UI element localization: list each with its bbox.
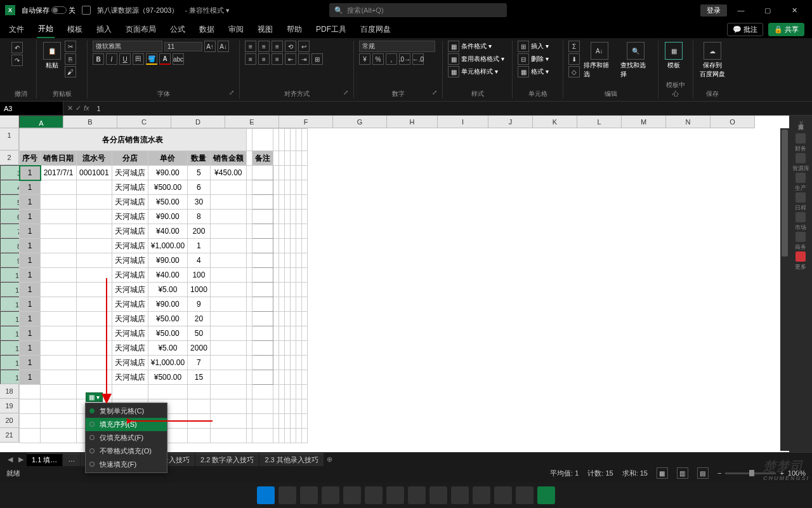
cell[interactable]: 2017/7/1 — [41, 166, 77, 180]
cell[interactable] — [41, 210, 77, 224]
taskbar-app-icon[interactable] — [322, 486, 339, 504]
merge-icon[interactable]: ⊞ — [311, 53, 323, 65]
align-left-icon[interactable]: ≡ — [245, 53, 256, 65]
orientation-icon[interactable]: ⟲ — [285, 41, 296, 52]
column-header[interactable]: F — [279, 116, 333, 128]
cell[interactable]: 天河城店 — [112, 312, 148, 326]
cell[interactable]: ¥50.00 — [148, 326, 187, 341]
cell[interactable]: 天河城店 — [112, 180, 148, 195]
taskbar-app-icon[interactable] — [278, 486, 296, 504]
windows-taskbar[interactable] — [0, 483, 812, 508]
cell[interactable] — [246, 356, 252, 370]
cell[interactable] — [210, 326, 246, 341]
delete-cells-button[interactable]: ⊟删除 ▾ — [518, 53, 549, 65]
cell[interactable] — [210, 341, 246, 356]
header-cell[interactable]: 销售日期 — [41, 151, 77, 166]
sheet-tab[interactable]: 1.1 填… — [27, 453, 62, 466]
share-button[interactable]: 🔒 共享 — [768, 23, 804, 36]
cell[interactable]: 1 — [20, 210, 41, 224]
cell[interactable]: 9 — [188, 297, 211, 312]
cell[interactable]: 1 — [20, 180, 41, 195]
save-icon[interactable] — [82, 6, 91, 15]
sidebar-title[interactable]: 资源库 > — [797, 119, 805, 124]
paste-button[interactable]: 📋粘贴 — [42, 41, 62, 71]
cell[interactable] — [77, 239, 112, 253]
ribbon-tab[interactable]: 开始 — [37, 21, 55, 38]
search-box[interactable]: 🔍 搜索(Alt+Q) — [329, 3, 507, 17]
cell[interactable] — [210, 210, 246, 224]
sidebar-item[interactable]: 市场 — [792, 212, 809, 232]
sidebar-item[interactable]: 财务 — [792, 133, 809, 153]
cell[interactable] — [41, 356, 77, 370]
cell[interactable] — [41, 297, 77, 312]
sidebar-item[interactable]: 生产 — [792, 173, 809, 192]
cell[interactable]: ¥1,000.00 — [148, 356, 187, 370]
fx-icon[interactable]: fx — [84, 104, 89, 112]
close-button[interactable]: ✕ — [782, 1, 807, 19]
column-header[interactable]: N — [666, 116, 710, 128]
percent-icon[interactable]: % — [372, 53, 384, 65]
cell[interactable] — [252, 224, 273, 239]
taskbar-app-icon[interactable] — [300, 486, 318, 504]
autosave-toggle[interactable]: 自动保存 关 — [22, 6, 75, 15]
cell[interactable] — [252, 195, 273, 210]
cell[interactable]: 1 — [20, 166, 41, 180]
cell[interactable] — [252, 166, 273, 180]
vertical-scrollbar[interactable] — [780, 128, 789, 451]
header-cell[interactable]: 数量 — [188, 151, 211, 166]
cell[interactable]: 天河城店 — [112, 283, 148, 297]
ribbon-tab[interactable]: 公式 — [169, 22, 187, 37]
cell[interactable]: ¥50.00 — [148, 195, 187, 210]
fill-menu-item[interactable]: 复制单元格(C) — [86, 404, 167, 418]
fill-menu-item[interactable]: 填充序列(S) — [86, 418, 167, 431]
compat-mode[interactable]: - 兼容性模式 ▾ — [185, 6, 230, 15]
cell[interactable] — [77, 268, 112, 283]
cell[interactable]: ¥450.00 — [210, 166, 246, 180]
ribbon-tab[interactable]: 数据 — [198, 22, 216, 37]
cell[interactable]: 天河城店 — [112, 341, 148, 356]
enter-fx-icon[interactable]: ✓ — [75, 104, 81, 112]
row-header[interactable]: 20 — [0, 413, 19, 428]
cell[interactable] — [210, 370, 246, 385]
sidebar-item[interactable]: 日程 — [792, 192, 809, 212]
autofill-options-button[interactable]: ▦ ▾ — [86, 392, 103, 402]
align-mid-icon[interactable]: ≡ — [258, 41, 270, 52]
row-header[interactable]: 21 — [0, 428, 19, 443]
row-header[interactable]: 18 — [0, 384, 19, 399]
align-center-icon[interactable]: ≡ — [258, 53, 270, 65]
cell[interactable] — [252, 180, 273, 195]
cell[interactable]: ¥500.00 — [148, 180, 187, 195]
cell[interactable]: 天河城店 — [112, 253, 148, 268]
cell[interactable]: 1 — [20, 253, 41, 268]
cell[interactable] — [246, 210, 252, 224]
cell[interactable] — [77, 370, 112, 385]
cell[interactable]: 天河城店 — [112, 195, 148, 210]
column-header[interactable]: B — [63, 116, 117, 128]
underline-icon[interactable]: U — [119, 53, 131, 65]
align-top-icon[interactable]: ≡ — [245, 41, 256, 52]
cell[interactable]: 100 — [188, 268, 211, 283]
cell[interactable] — [252, 356, 273, 370]
cell[interactable]: 1 — [20, 326, 41, 341]
cell[interactable] — [246, 166, 252, 180]
cell[interactable]: 天河城店 — [112, 326, 148, 341]
fill-menu-item[interactable]: 不带格式填充(O) — [86, 444, 167, 458]
format-painter-icon[interactable]: 🖌 — [65, 66, 76, 77]
undo-button[interactable]: ↶↷ — [10, 41, 24, 67]
cell[interactable] — [210, 312, 246, 326]
cell[interactable]: 1 — [20, 268, 41, 283]
sort-filter-button[interactable]: A↓排序和筛选 — [582, 41, 617, 80]
login-button[interactable]: 登录 — [700, 4, 727, 17]
cell[interactable] — [210, 356, 246, 370]
cell[interactable]: ¥5.00 — [148, 341, 187, 356]
cell[interactable] — [210, 180, 246, 195]
view-normal-icon[interactable]: ▦ — [657, 467, 668, 479]
ribbon-tab[interactable]: 视图 — [256, 22, 274, 37]
comma-icon[interactable]: , — [386, 53, 397, 65]
cell[interactable] — [246, 180, 252, 195]
cell[interactable] — [210, 224, 246, 239]
excel-taskbar-icon[interactable] — [537, 486, 555, 504]
cell[interactable]: 天河城店 — [112, 210, 148, 224]
cell[interactable] — [252, 297, 273, 312]
cell[interactable] — [252, 341, 273, 356]
